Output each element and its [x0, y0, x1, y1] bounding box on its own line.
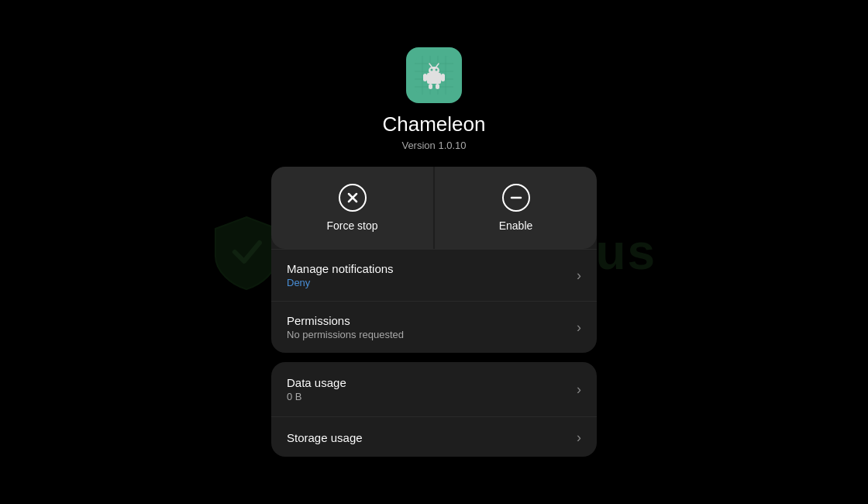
notifications-info: Manage notifications Deny [287, 262, 394, 288]
permissions-chevron-icon: › [577, 319, 581, 336]
storage-usage-chevron-icon: › [577, 430, 581, 446]
app-version: Version 1.0.10 [401, 140, 466, 151]
action-card: Force stop Enable Manage notifications D… [271, 167, 597, 353]
svg-rect-16 [441, 74, 445, 81]
svg-point-12 [436, 69, 438, 71]
data-usage-info: Data usage 0 B [287, 376, 346, 402]
app-icon [406, 47, 462, 103]
force-stop-label: Force stop [326, 219, 377, 232]
manage-notifications-item[interactable]: Manage notifications Deny › [271, 249, 597, 301]
data-usage-item[interactable]: Data usage 0 B › [271, 362, 597, 416]
enable-label: Enable [499, 219, 533, 232]
app-icon-wrapper [406, 47, 462, 103]
svg-rect-18 [436, 84, 439, 89]
svg-point-11 [431, 69, 433, 71]
permissions-title: Permissions [287, 314, 404, 327]
svg-rect-17 [429, 84, 432, 89]
permissions-item[interactable]: Permissions No permissions requested › [271, 301, 597, 353]
enable-button[interactable]: Enable [435, 167, 597, 249]
notifications-chevron-icon: › [577, 268, 581, 284]
usage-card: Data usage 0 B › Storage usage › [271, 362, 597, 457]
data-usage-chevron-icon: › [577, 381, 581, 398]
svg-rect-15 [423, 74, 427, 81]
notifications-status: Deny [287, 277, 394, 288]
action-buttons-row: Force stop Enable [271, 167, 597, 249]
data-usage-title: Data usage [287, 376, 346, 389]
permissions-status: No permissions requested [287, 329, 404, 340]
storage-usage-title: Storage usage [287, 431, 363, 444]
permissions-info: Permissions No permissions requested [287, 314, 404, 340]
force-stop-button[interactable]: Force stop [271, 167, 433, 249]
svg-rect-9 [427, 73, 441, 84]
notifications-title: Manage notifications [287, 262, 394, 275]
app-info-page: Chameleon Version 1.0.10 Force stop [271, 47, 597, 457]
chameleon-icon [415, 56, 453, 95]
data-usage-value: 0 B [287, 391, 346, 402]
app-name: Chameleon [383, 112, 486, 136]
storage-usage-item[interactable]: Storage usage › [271, 416, 597, 457]
force-stop-icon [339, 184, 367, 212]
enable-icon [502, 184, 530, 212]
svg-rect-10 [429, 67, 439, 74]
